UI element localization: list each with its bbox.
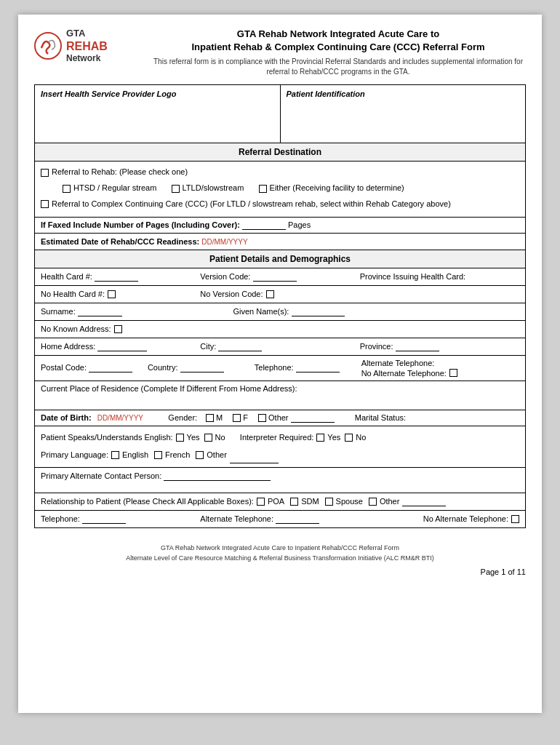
- referral-rehab-checkbox[interactable]: [41, 169, 49, 177]
- other-rel-checkbox[interactable]: [369, 498, 377, 506]
- page-footer: GTA Rehab Network Integrated Acute Care …: [34, 543, 526, 564]
- dob-row: Date of Birth: DD/MM/YYYY Gender: M F Ot…: [35, 410, 525, 426]
- interpreter-yes-checkbox[interactable]: [316, 434, 324, 442]
- telephone-bottom-col: Telephone:: [41, 514, 200, 524]
- speaks-no-checkbox[interactable]: [204, 434, 212, 442]
- alt-telephone-label: Alternate Telephone:: [361, 359, 435, 367]
- speaks-row: Patient Speaks/Understands English: Yes …: [35, 426, 525, 468]
- header-title-area: GTA Rehab Network Integrated Acute Care …: [151, 28, 526, 77]
- primary-contact-field[interactable]: [164, 471, 271, 481]
- interpreter-yes-label: Yes: [327, 430, 340, 445]
- home-address-field[interactable]: [97, 342, 146, 351]
- postal-code-label: Postal Code:: [41, 363, 87, 372]
- spouse-checkbox[interactable]: [325, 498, 333, 506]
- health-card-label: Health Card #:: [41, 272, 92, 281]
- no-health-card-label: No Health Card #:: [41, 290, 105, 298]
- speaks-yes-checkbox[interactable]: [176, 434, 184, 442]
- gender-other-field[interactable]: [291, 413, 335, 423]
- speaks-yes-label: Yes: [187, 430, 200, 445]
- either-checkbox[interactable]: [259, 185, 267, 193]
- speaks-english-label: Patient Speaks/Understands English:: [41, 430, 173, 445]
- svg-point-0: [35, 33, 61, 59]
- page-header: GTA REHAB Network GTA Rehab Network Inte…: [34, 28, 526, 77]
- home-address-row: Home Address: City: Province:: [35, 338, 525, 356]
- gender-m-group: M: [206, 413, 223, 422]
- other-lang-checkbox[interactable]: [196, 451, 204, 459]
- telephone-bottom-field[interactable]: [82, 514, 126, 524]
- given-name-col: Given Name(s):: [233, 307, 519, 316]
- alt-telephone-bottom-field[interactable]: [276, 514, 319, 524]
- poa-checkbox[interactable]: [257, 498, 265, 506]
- postal-code-field[interactable]: [89, 363, 132, 372]
- name-row: Surname: Given Name(s):: [35, 303, 525, 321]
- alt-telephone-bottom-label: Alternate Telephone:: [200, 514, 273, 523]
- relationship-row: Relationship to Patient (Please Check Al…: [35, 493, 525, 511]
- no-known-address-checkbox[interactable]: [114, 325, 122, 333]
- logo-network-text: Network: [66, 53, 108, 63]
- no-version-code-col: No Version Code:: [200, 290, 359, 298]
- relationship-label: Relationship to Patient (Please Check Al…: [41, 497, 254, 506]
- province-issuing-label: Province Issuing Health Card:: [360, 272, 466, 281]
- page-of: of: [508, 567, 515, 576]
- gta-rehab-logo-icon: [34, 32, 62, 60]
- province-field[interactable]: [396, 342, 439, 351]
- surname-field[interactable]: [78, 307, 122, 316]
- interpreter-no-label: No: [356, 430, 366, 445]
- given-name-label: Given Name(s):: [233, 307, 289, 316]
- country-field[interactable]: [180, 363, 224, 372]
- header-subtitle: This referral form is in compliance with…: [151, 57, 526, 77]
- speaks-line1: Patient Speaks/Understands English: Yes …: [41, 430, 519, 445]
- htsd-checkbox[interactable]: [63, 185, 71, 193]
- page-number: Page 1 of 11: [34, 567, 526, 576]
- gender-other-checkbox[interactable]: [258, 414, 266, 422]
- no-version-code-label: No Version Code:: [200, 290, 263, 298]
- sdm-label: SDM: [301, 497, 319, 506]
- fax-row: If Faxed Include Number of Pages (Includ…: [35, 218, 525, 234]
- logo-gta-text: GTA: [66, 28, 108, 39]
- spouse-label: Spouse: [336, 497, 363, 506]
- no-version-code-checkbox[interactable]: [266, 290, 274, 298]
- referral-options-row: Referral to Rehab: (Please check one) HT…: [35, 162, 525, 217]
- estimated-date-row: Estimated Date of Rehab/CCC Readiness: D…: [35, 234, 525, 250]
- either-label: Either (Receiving facility to determine): [270, 181, 404, 196]
- referral-ccc-line: Referral to Complex Continuing Care (CCC…: [41, 197, 519, 212]
- speaks-line2: Primary Language: English French Other: [41, 447, 519, 463]
- patient-details-header: Patient Details and Demographics: [35, 250, 525, 268]
- telephone-field[interactable]: [296, 363, 340, 372]
- current-place-row: Current Place of Residence (Complete If …: [35, 381, 525, 410]
- interpreter-no-checkbox[interactable]: [345, 434, 353, 442]
- referral-ccc-label: Referral to Complex Continuing Care (CCC…: [52, 197, 451, 212]
- french-label: French: [165, 447, 190, 463]
- no-health-card-checkbox[interactable]: [108, 290, 116, 298]
- dob-placeholder: DD/MM/YYYY: [97, 414, 143, 422]
- pages-label: Pages: [288, 220, 311, 229]
- marital-status-label: Marital Status:: [355, 413, 406, 422]
- gender-f-checkbox[interactable]: [233, 414, 241, 422]
- sdm-checkbox[interactable]: [290, 498, 298, 506]
- gender-m-checkbox[interactable]: [206, 414, 214, 422]
- french-checkbox[interactable]: [154, 451, 162, 459]
- other-rel-field[interactable]: [402, 497, 446, 506]
- country-col: Country:: [148, 363, 255, 372]
- estimated-label: Estimated Date of Rehab/CCC Readiness:: [41, 237, 199, 246]
- city-field[interactable]: [218, 342, 262, 351]
- referral-ccc-checkbox[interactable]: [41, 200, 49, 208]
- surname-col: Surname:: [41, 307, 233, 316]
- health-card-field[interactable]: [95, 272, 138, 282]
- given-name-field[interactable]: [292, 307, 345, 316]
- gender-f-group: F: [233, 413, 248, 422]
- speaks-no-label: No: [215, 430, 225, 445]
- ltld-checkbox[interactable]: [172, 185, 180, 193]
- english-checkbox[interactable]: [111, 451, 119, 459]
- version-code-field[interactable]: [253, 272, 297, 282]
- other-lang-field[interactable]: [230, 447, 279, 463]
- no-alt-telephone-label: No Alternate Telephone:: [361, 369, 447, 378]
- no-alt-telephone-checkbox[interactable]: [449, 369, 457, 377]
- fax-pages-field[interactable]: [242, 220, 286, 230]
- logo-area: GTA REHAB Network: [34, 28, 151, 63]
- no-alt-telephone-bottom-col: No Alternate Telephone:: [360, 514, 519, 523]
- primary-contact-row: Primary Alternate Contact Person:: [35, 468, 525, 493]
- provider-logo-area: Insert Health Service Provider Logo: [35, 85, 281, 143]
- no-alt-telephone-bottom-checkbox[interactable]: [511, 515, 519, 523]
- no-health-card-row: No Health Card #: No Version Code:: [35, 286, 525, 303]
